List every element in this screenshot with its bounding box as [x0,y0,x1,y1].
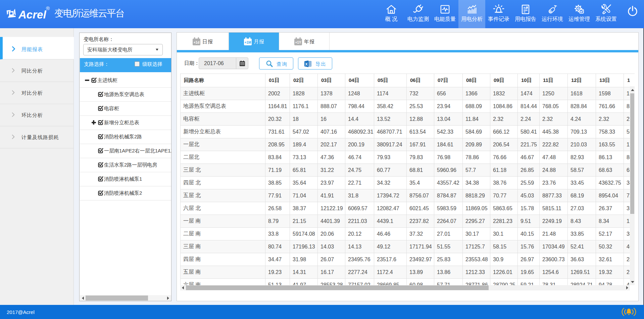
svg-text:X: X [305,62,308,66]
svg-text:+1Y: +1Y [295,41,301,44]
svg-text:+1M: +1M [245,41,251,44]
svg-text:+1d: +1d [194,41,200,44]
